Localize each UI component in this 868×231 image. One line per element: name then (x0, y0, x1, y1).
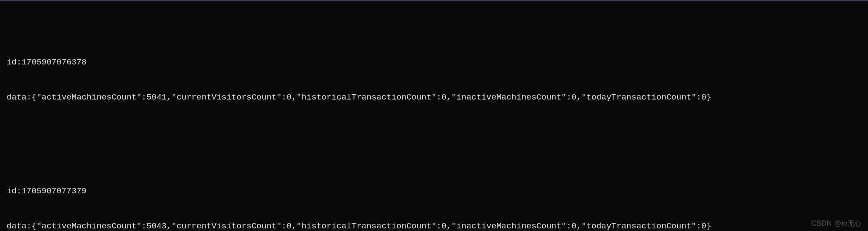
watermark-text: CSDN @io无心 (811, 219, 862, 228)
log-id-line: id:1705907076378 (7, 57, 861, 68)
log-data-line: data:{"activeMachinesCount":5041,"curren… (7, 92, 861, 103)
log-data-line: data:{"activeMachinesCount":5043,"curren… (7, 220, 861, 231)
console-output: id:1705907076378 data:{"activeMachinesCo… (0, 1, 868, 231)
log-entry: id:1705907076378 data:{"activeMachinesCo… (7, 33, 861, 127)
log-entry: id:1705907077379 data:{"activeMachinesCo… (7, 162, 861, 231)
log-id-line: id:1705907077379 (7, 185, 861, 197)
